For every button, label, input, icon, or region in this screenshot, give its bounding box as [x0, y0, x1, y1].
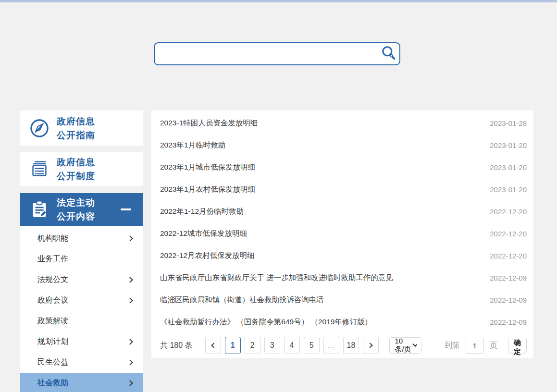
- submenu-item-regulations[interactable]: 法规公文: [20, 270, 143, 290]
- submenu-label: 民生公益: [37, 357, 68, 368]
- article-title[interactable]: 2022-12月农村低保发放明细: [160, 251, 254, 261]
- sidebar-item-statutory-disclosure[interactable]: 法定主动 公开内容: [20, 193, 143, 226]
- submenu-label: 法规公文: [37, 275, 68, 285]
- article-date: 2023-01-20: [490, 185, 527, 194]
- article-title[interactable]: 《社会救助暂行办法》 （国务院令第649号） （2019年修订版）: [160, 317, 372, 327]
- article-title[interactable]: 2022-12城市低保发放明细: [160, 229, 247, 239]
- submenu-label: 社会救助: [37, 378, 68, 388]
- chevron-right-icon: [127, 339, 133, 345]
- list-item[interactable]: 2023年1月临时救助 2023-01-20: [151, 134, 533, 156]
- goto-prefix-label: 到第: [445, 341, 460, 351]
- submenu-label: 规划计划: [37, 337, 68, 347]
- article-date: 2022-12-20: [490, 208, 527, 216]
- list-item[interactable]: 2022-12城市低保发放明细 2022-12-20: [151, 222, 533, 245]
- chevron-right-icon: [127, 380, 133, 386]
- article-list: 2023-1特困人员资金发放明细 2023-01-28 2023年1月临时救助 …: [151, 110, 533, 333]
- article-title[interactable]: 2023年1月农村低保发放明细: [160, 184, 255, 195]
- list-item[interactable]: 临淄区民政局和镇（街道）社会救助投诉咨询电话 2022-12-09: [151, 289, 533, 311]
- list-item[interactable]: 2022-12月农村低保发放明细 2022-12-20: [151, 245, 533, 267]
- list-item[interactable]: 山东省民政厅山东省财政厅关于 进一步加强和改进临时救助工作的意见 2022-12…: [151, 267, 533, 289]
- list-item[interactable]: 2023年1月城市低保发放明细 2023-01-20: [151, 156, 533, 178]
- ledger-icon: [29, 159, 50, 180]
- clipboard-pen-icon: [29, 199, 50, 220]
- chevron-left-icon: [211, 343, 216, 348]
- article-date: 2023-01-20: [490, 163, 527, 172]
- submenu-item-public-welfare[interactable]: 民生公益: [20, 352, 143, 373]
- page-button-5[interactable]: 5: [304, 337, 320, 354]
- submenu-item-social-assistance[interactable]: 社会救助: [20, 373, 143, 392]
- collapse-minus-icon: [121, 208, 131, 210]
- page-button-1[interactable]: 1: [225, 337, 241, 354]
- list-item[interactable]: 2022年1-12月份临时救助 2022-12-20: [151, 200, 533, 222]
- sidebar-item-label: 公开内容: [57, 209, 95, 223]
- page-size-label: 10 条/页: [395, 337, 413, 354]
- article-title[interactable]: 2022年1-12月份临时救助: [160, 207, 244, 217]
- page-button-2[interactable]: 2: [245, 337, 260, 354]
- goto-page-group: 到第 页 确定: [445, 338, 527, 354]
- article-date: 2022-12-20: [490, 230, 527, 238]
- sidebar-item-label: 政府信息: [57, 155, 95, 169]
- article-title[interactable]: 临淄区民政局和镇（街道）社会救助投诉咨询电话: [160, 295, 324, 305]
- chevron-right-icon: [127, 359, 133, 366]
- confirm-button[interactable]: 确定: [508, 338, 527, 354]
- next-page-button[interactable]: [363, 337, 379, 354]
- list-item[interactable]: 《社会救助暂行办法》 （国务院令第649号） （2019年修订版） 2022-1…: [151, 311, 533, 333]
- prev-page-button[interactable]: [205, 337, 221, 354]
- chevron-right-icon: [368, 343, 373, 348]
- top-accent-bar: [0, 0, 557, 2]
- search-button[interactable]: [377, 43, 399, 64]
- search-input[interactable]: [155, 43, 377, 64]
- sidebar-submenu: 机构职能 业务工作 法规公文 政府会议 政策解读 规划计划 民生公益 社会救助: [20, 226, 143, 392]
- article-date: 2022-12-20: [490, 252, 527, 260]
- article-date: 2023-01-20: [490, 141, 527, 149]
- chevron-right-icon: [127, 235, 133, 242]
- list-item[interactable]: 2023年1月农村低保发放明细 2023-01-20: [151, 178, 533, 200]
- article-title[interactable]: 2023-1特困人员资金发放明细: [160, 118, 258, 128]
- article-date: 2023-01-28: [490, 119, 527, 127]
- submenu-label: 业务工作: [37, 254, 68, 264]
- sidebar-item-label: 公开制度: [57, 169, 95, 183]
- sidebar-item-label: 法定主动: [57, 196, 95, 209]
- article-title[interactable]: 山东省民政厅山东省财政厅关于 进一步加强和改进临时救助工作的意见: [160, 273, 393, 283]
- sidebar-item-gov-info-guide[interactable]: 政府信息 公开指南: [20, 110, 143, 146]
- compass-icon: [29, 118, 50, 139]
- pagination-bar: 共 180 条 1 2 3 4 5 ... 18 10 条/页 到第 页 确定: [151, 333, 533, 358]
- submenu-item-gov-meetings[interactable]: 政府会议: [20, 290, 143, 311]
- article-title[interactable]: 2023年1月临时救助: [160, 140, 225, 150]
- submenu-item-org-functions[interactable]: 机构职能: [20, 228, 143, 249]
- article-date: 2022-12-09: [490, 296, 527, 304]
- sidebar-item-gov-info-system[interactable]: 政府信息 公开制度: [20, 152, 143, 186]
- article-date: 2022-12-09: [490, 318, 527, 326]
- page-ellipsis-button[interactable]: ...: [323, 337, 339, 354]
- chevron-right-icon: [127, 277, 133, 283]
- list-item[interactable]: 2023-1特困人员资金发放明细 2023-01-28: [151, 112, 533, 134]
- article-title[interactable]: 2023年1月城市低保发放明细: [160, 162, 255, 172]
- sidebar: 政府信息 公开指南 政府信息 公开制度: [20, 110, 143, 392]
- page-button-18[interactable]: 18: [343, 337, 359, 354]
- submenu-item-planning[interactable]: 规划计划: [20, 331, 143, 352]
- article-list-panel: 2023-1特困人员资金发放明细 2023-01-28 2023年1月临时救助 …: [151, 110, 533, 358]
- sidebar-item-label: 公开指南: [57, 128, 95, 142]
- article-date: 2022-12-09: [490, 274, 527, 282]
- page-button-3[interactable]: 3: [264, 337, 280, 354]
- total-count-label: 共 180 条: [160, 341, 193, 351]
- submenu-label: 机构职能: [37, 233, 68, 244]
- submenu-item-business-work[interactable]: 业务工作: [20, 249, 143, 270]
- submenu-label: 政府会议: [37, 295, 68, 306]
- page-size-select[interactable]: 10 条/页: [389, 337, 421, 354]
- goto-page-input[interactable]: [466, 338, 484, 354]
- sidebar-item-label: 政府信息: [57, 114, 95, 128]
- page-button-4[interactable]: 4: [284, 337, 300, 354]
- page-buttons: 1 2 3 4 5 ... 18: [205, 337, 379, 354]
- goto-suffix-label: 页: [490, 341, 497, 351]
- search-bar: [154, 42, 400, 65]
- submenu-label: 政策解读: [37, 316, 68, 326]
- chevron-right-icon: [127, 297, 133, 304]
- submenu-item-policy-interpretation[interactable]: 政策解读: [20, 311, 143, 331]
- search-icon: [380, 45, 397, 63]
